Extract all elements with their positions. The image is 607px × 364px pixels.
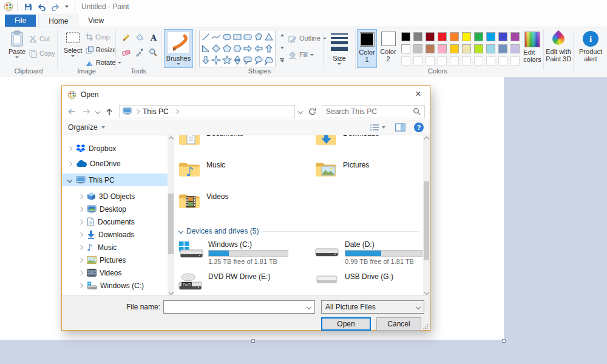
palette-swatch[interactable] (486, 32, 495, 41)
palette-swatch-empty[interactable] (510, 56, 520, 66)
text-tool[interactable]: A (148, 32, 158, 43)
palette-swatch[interactable] (413, 44, 422, 53)
expand-icon[interactable] (78, 233, 84, 237)
forward-button[interactable] (79, 104, 93, 119)
edit-with-paint3d-button[interactable]: Edit withPaint 3D (545, 31, 572, 62)
expand-icon[interactable] (78, 207, 84, 211)
tree-item-dropbox[interactable]: Dropbox (62, 142, 174, 155)
tab-view[interactable]: View (78, 15, 114, 27)
palette-swatch[interactable] (450, 44, 459, 53)
collapse-icon[interactable] (67, 178, 73, 182)
shape-hexagon-button[interactable]: .st{stroke:#4f7dab;stroke-width:1.1}.sf{… (232, 42, 242, 54)
shape-polygon-button[interactable]: .st{stroke:#4f7dab;stroke-width:1.1}.sf{… (253, 31, 263, 42)
file-type-select[interactable]: All Picture Files (321, 300, 424, 314)
tree-scrollbar[interactable] (168, 135, 174, 296)
palette-swatch-empty[interactable] (474, 56, 483, 66)
address-bar[interactable]: This PC (119, 105, 295, 118)
palette-swatch[interactable] (450, 32, 459, 41)
shape-pentagon-button[interactable]: .st{stroke:#4f7dab;stroke-width:1.1}.sf{… (222, 42, 232, 54)
tree-item-3d-objects[interactable]: 3D Objects (62, 190, 174, 203)
file-name-input[interactable] (163, 300, 315, 314)
select-button[interactable]: Select (61, 32, 84, 57)
palette-swatch[interactable] (413, 32, 422, 41)
palette-swatch-empty[interactable] (462, 56, 471, 66)
palette-swatch[interactable] (438, 32, 447, 41)
up-button[interactable] (102, 104, 117, 119)
tab-file[interactable]: File (5, 15, 36, 27)
palette-swatch[interactable] (462, 32, 471, 41)
shape-callout-oval-button[interactable]: .st{stroke:#4f7dab;stroke-width:1.1}.sf{… (253, 55, 263, 66)
magnifier-tool[interactable] (148, 47, 158, 58)
size-button[interactable]: Size (328, 32, 351, 65)
color2-button[interactable]: Color 2 (378, 29, 398, 68)
palette-swatch-empty[interactable] (486, 56, 495, 66)
expand-icon[interactable] (67, 147, 73, 150)
palette-swatch[interactable] (438, 44, 447, 53)
color-picker-tool[interactable] (134, 47, 145, 58)
shapes-scroll-down-button[interactable] (279, 45, 285, 50)
drive-windows-c[interactable]: Windows (C:)1.35 TB free of 1.81 TB (178, 239, 314, 271)
copy-button[interactable]: Copy (29, 47, 55, 59)
preview-pane-button[interactable] (395, 123, 405, 132)
shape-arrow-down-button[interactable]: .st{stroke:#4f7dab;stroke-width:1.1}.sf{… (200, 55, 211, 66)
expand-icon[interactable] (78, 246, 84, 249)
paste-button[interactable]: Paste (6, 30, 28, 58)
drive-dvd-rw-drive-e[interactable]: DVDDVD RW Drive (E:) (178, 271, 314, 296)
color1-button[interactable]: Color 1 (357, 29, 377, 68)
shape-star-6-button[interactable]: .st{stroke:#4f7dab;stroke-width:1.1}.sf{… (232, 55, 242, 66)
palette-swatch[interactable] (401, 32, 410, 41)
address-dropdown-icon[interactable] (295, 104, 306, 119)
address-segment-this-pc[interactable]: This PC (143, 107, 169, 116)
edit-colors-button[interactable]: Editcolors (522, 32, 543, 63)
canvas-resize-handle-bottom[interactable] (251, 339, 255, 343)
palette-swatch-empty[interactable] (401, 56, 410, 66)
folder-downloads[interactable]: Downloads (314, 135, 430, 158)
files-scrollbar[interactable] (423, 135, 430, 296)
expand-icon[interactable] (78, 220, 84, 224)
tree-item-onedrive[interactable]: OneDrive (62, 157, 174, 170)
palette-swatch[interactable] (462, 44, 471, 53)
fill-tool[interactable] (134, 32, 145, 43)
tree-item-desktop[interactable]: Desktop (62, 203, 174, 215)
palette-swatch[interactable] (510, 44, 520, 53)
expand-icon[interactable] (78, 258, 84, 262)
shape-arrow-right-button[interactable]: .st{stroke:#4f7dab;stroke-width:1.1}.sf{… (243, 42, 253, 54)
palette-swatch-empty[interactable] (450, 56, 459, 66)
shapes-scroll-up-button[interactable] (279, 32, 285, 38)
folder-music[interactable]: ♪Music (178, 158, 314, 190)
brushes-button[interactable]: Brushes (164, 29, 193, 68)
views-button[interactable] (370, 123, 385, 132)
file-name-dropdown-icon[interactable] (307, 305, 311, 309)
dialog-resize-grip[interactable] (422, 323, 429, 329)
file-type-dropdown-icon[interactable] (416, 305, 421, 309)
palette-swatch-empty[interactable] (498, 56, 507, 66)
palette-swatch[interactable] (498, 32, 507, 41)
palette-swatch[interactable] (498, 44, 507, 53)
tree-item-this-pc[interactable]: This PC (62, 174, 174, 186)
shapes-more-button[interactable] (279, 58, 285, 63)
eraser-tool[interactable] (121, 47, 132, 58)
palette-swatch-empty[interactable] (438, 56, 447, 66)
shape-rectangle-button[interactable]: .st{stroke:#4f7dab;stroke-width:1.1}.sf{… (232, 31, 242, 42)
outline-button[interactable]: Outline (288, 32, 327, 44)
cut-button[interactable]: Cut (29, 33, 55, 45)
tab-home[interactable]: Home (38, 15, 78, 27)
shape-callout-rounded-button[interactable]: .st{stroke:#4f7dab;stroke-width:1.1}.sf{… (243, 55, 253, 66)
folder-pictures[interactable]: Pictures (314, 158, 430, 190)
undo-button[interactable] (35, 2, 49, 12)
shape-right-triangle-button[interactable]: .st{stroke:#4f7dab;stroke-width:1.1}.sf{… (200, 42, 211, 54)
shape-callout-cloud-button[interactable]: .st{stroke:#4f7dab;stroke-width:1.1}.sf{… (264, 55, 274, 66)
tree-item-documents[interactable]: Documents (62, 215, 174, 228)
expand-icon[interactable] (78, 271, 84, 275)
palette-swatch[interactable] (474, 44, 483, 53)
save-button[interactable] (21, 2, 35, 12)
palette-swatch[interactable] (401, 44, 410, 53)
tree-scroll-up-icon[interactable] (168, 135, 174, 143)
tree-item-pictures[interactable]: Pictures (62, 254, 174, 266)
expand-icon[interactable] (67, 162, 73, 166)
redo-button[interactable] (49, 2, 63, 12)
shape-rounded-rectangle-button[interactable]: .st{stroke:#4f7dab;stroke-width:1.1}.sf{… (243, 31, 253, 42)
refresh-button[interactable] (306, 104, 318, 119)
quick-access-dropdown-icon[interactable] (63, 5, 71, 8)
shape-curve-button[interactable]: .st{stroke:#4f7dab;stroke-width:1.1}.sf{… (211, 31, 221, 42)
